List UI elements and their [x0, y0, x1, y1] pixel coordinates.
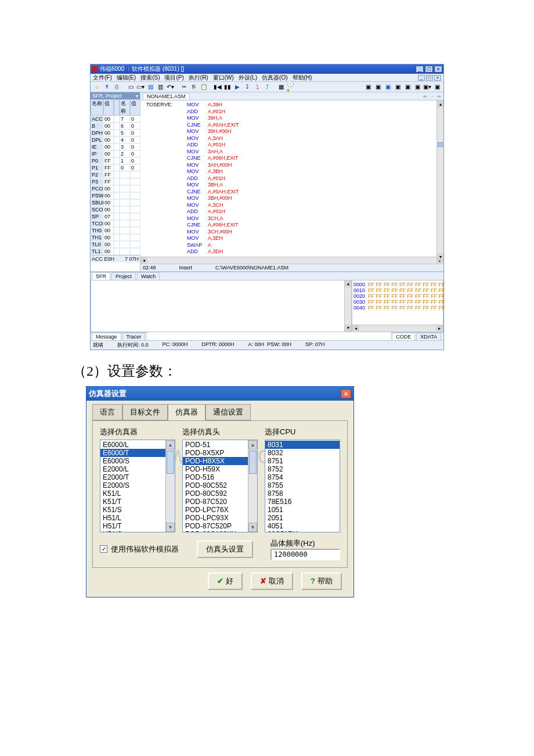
sfr-cell[interactable] — [114, 206, 120, 213]
list-item[interactable]: POD-80C196KX — [183, 530, 257, 532]
scroll-down-icon[interactable]: ▾ — [248, 523, 257, 532]
sfr-cell[interactable] — [130, 220, 140, 227]
sfr-cell[interactable]: 2 — [120, 150, 130, 157]
editor-tab[interactable]: NONAME1.ASM — [143, 93, 190, 99]
scroll-down-icon[interactable]: ▾ — [345, 325, 351, 332]
sfr-cell[interactable]: 00 — [103, 227, 114, 234]
stepout-icon[interactable]: ⤴ — [263, 83, 271, 91]
sfr-cell[interactable]: FF — [103, 157, 114, 164]
win3-icon[interactable]: ▣ — [384, 83, 392, 91]
memory-row[interactable]: 0010 FF FF FF FF FF FF FF FF FF FF — [353, 287, 442, 293]
sfr-cell[interactable] — [130, 171, 140, 178]
copy-icon[interactable]: ⎘ — [190, 83, 198, 91]
sfr-cell[interactable]: 00 — [103, 136, 114, 143]
list-item[interactable]: 89C51RX — [265, 530, 340, 532]
sfr-cell[interactable] — [114, 199, 120, 206]
sfr-cell[interactable] — [114, 234, 120, 241]
cut-icon[interactable]: ✂ — [180, 83, 188, 91]
memory-row[interactable]: 0020 FF FF FF FF FF FF FF FF FF FF — [353, 293, 442, 299]
sfr-cell[interactable]: 6 — [120, 123, 130, 129]
sfr-cell[interactable] — [130, 213, 140, 220]
sfr-cell[interactable] — [130, 178, 140, 185]
sfr-cell[interactable] — [120, 185, 130, 192]
sfr-cell[interactable] — [114, 116, 120, 123]
frequency-input[interactable] — [270, 549, 340, 560]
list-item[interactable]: POD-51 — [183, 441, 257, 449]
sfr-cell[interactable]: PCON — [91, 185, 103, 192]
bottom-tab[interactable]: Tracer — [122, 333, 146, 340]
sfr-cell[interactable]: P1 — [91, 164, 103, 171]
sfr-cell[interactable] — [130, 192, 140, 199]
list-item[interactable]: POD-87C520P — [183, 522, 257, 530]
sfr-cell[interactable]: 00 — [103, 241, 114, 248]
code-line[interactable]: ADDA,#01H — [146, 175, 443, 182]
sfr-cell[interactable] — [120, 220, 130, 227]
code-line[interactable]: CJNEA,#0AH,EXIT — [146, 122, 443, 129]
sfr-cell[interactable]: 0 — [130, 116, 140, 123]
help-button[interactable]: ?帮助 — [301, 573, 342, 590]
list-item[interactable]: K51/T — [100, 498, 175, 506]
sfr-cell[interactable] — [114, 143, 120, 150]
use-simulator-checkbox[interactable]: ✓ 使用伟福软件模拟器 — [100, 544, 179, 555]
panel-tab[interactable]: SFR — [92, 272, 110, 280]
chevron-down-icon[interactable]: ▾ — [136, 93, 138, 99]
sfr-cell[interactable] — [114, 227, 120, 234]
sfr-cell[interactable]: P3 — [91, 178, 103, 185]
cpu-listbox[interactable]: 803180328751875287548755875878E516105120… — [265, 440, 340, 532]
list-item[interactable]: 8031 — [265, 441, 340, 449]
bottom-tab[interactable]: Message — [92, 333, 121, 340]
sfr-cell[interactable] — [120, 206, 130, 213]
list-item[interactable]: POD-80C552 — [183, 481, 257, 489]
memory-row[interactable]: 0040 FF FF FF FF FF FF FF FF FF FF — [353, 305, 442, 311]
clock-icon[interactable]: 🕘▾ — [287, 83, 295, 91]
list-item[interactable]: 4051 — [265, 522, 340, 530]
memory-row[interactable]: 0030 FF FF FF FF FF FF FF FF FF FF — [353, 299, 442, 305]
sfr-cell[interactable]: 0 — [130, 123, 140, 129]
sfr-cell[interactable]: DPH — [91, 129, 103, 136]
sfr-cell[interactable]: B — [91, 123, 103, 129]
stepinto-icon[interactable]: ↧ — [243, 83, 251, 91]
code-line[interactable]: SWAPA — [146, 242, 443, 249]
save-icon[interactable]: ▤ — [146, 83, 154, 91]
bp-icon[interactable]: ▦ — [277, 83, 285, 91]
list-item[interactable]: 8758 — [265, 489, 340, 498]
nav-back-icon[interactable]: ⇐ — [423, 93, 428, 99]
sfr-cell[interactable] — [120, 213, 130, 220]
code-line[interactable]: MOVA,3AH — [146, 135, 443, 142]
sfr-cell[interactable] — [120, 234, 130, 241]
code-line[interactable]: CJNEA,#0AH,EXIT — [146, 189, 443, 196]
list-item[interactable]: 78E516 — [265, 498, 340, 506]
sfr-cell[interactable]: FF — [103, 171, 114, 178]
sfr-cell[interactable]: 00 — [103, 150, 114, 157]
sfr-cell[interactable] — [130, 199, 140, 206]
run-icon[interactable]: ▶ — [233, 83, 241, 91]
head-settings-button[interactable]: 仿真头设置 — [197, 541, 253, 558]
sfr-cell[interactable] — [114, 178, 120, 185]
scroll-thumb[interactable] — [438, 142, 443, 147]
sfr-grid[interactable]: 名称值名称值ACC0070B0060DPH0050DPL0040IE0030IP… — [91, 99, 140, 255]
list-item[interactable]: H51/S — [100, 530, 175, 532]
sfr-cell[interactable] — [114, 185, 120, 192]
code-line[interactable]: MOV3AH,A — [146, 149, 443, 156]
panel-tab[interactable]: Project — [111, 272, 136, 280]
open-icon[interactable]: ☼ — [93, 83, 101, 91]
menu-item[interactable]: 仿真器(O) — [262, 74, 287, 82]
sfr-cell[interactable]: P2 — [91, 171, 103, 178]
emulator-listbox[interactable]: E6000/LE6000/TE6000/SE2000/LE2000/TE2000… — [100, 440, 175, 532]
menu-item[interactable]: 文件(F) — [93, 74, 112, 82]
dialog-tab[interactable]: 语言 — [92, 404, 122, 420]
sfr-cell[interactable] — [120, 241, 130, 248]
code-line[interactable]: CJNEA,#06H,EXIT — [146, 155, 443, 162]
menu-item[interactable]: 搜索(S) — [140, 74, 160, 82]
code-line[interactable]: MOV3CH,#00H — [146, 229, 443, 236]
dialog-tab[interactable]: 通信设置 — [205, 404, 251, 420]
sfr-cell[interactable]: SBUF — [91, 199, 103, 206]
menu-item[interactable]: 帮助(H) — [293, 74, 312, 82]
sfr-cell[interactable] — [120, 199, 130, 206]
sfr-cell[interactable]: 00 — [103, 123, 114, 129]
scroll-right-icon[interactable]: ▸ — [436, 325, 443, 331]
sfr-cell[interactable] — [114, 123, 120, 129]
head-listbox[interactable]: POD-51POD-8X5XPPOD-H8X5XPOD-H59XPOD-516P… — [182, 440, 258, 532]
dialog-titlebar[interactable]: 仿真器设置 × — [86, 387, 353, 401]
sfr-cell[interactable]: 00 — [103, 248, 114, 255]
